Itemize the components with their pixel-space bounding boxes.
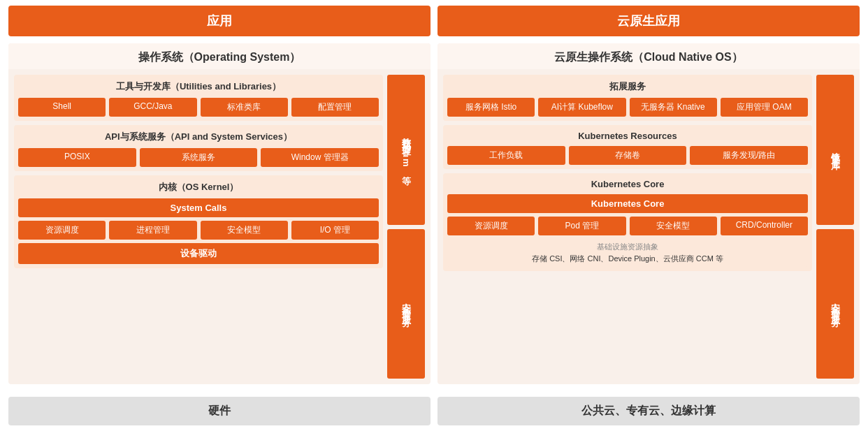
left-utilities-items: Shell GCC/Java 标准类库 配置管理 — [18, 98, 379, 117]
top-header-row: 应用 云原生应用 — [0, 0, 868, 36]
left-panel-title: 操作系统（Operating System） — [8, 43, 431, 69]
k8s-core-bar: Kubernetes Core — [447, 194, 808, 213]
left-section-kernel: 内核（OS Kernel） System Calls 资源调度 进程管理 安全模… — [14, 175, 383, 268]
left-header: 应用 — [8, 6, 431, 36]
right-panel-title: 云原生操作系统（Cloud Native OS） — [437, 43, 860, 69]
right-panel-content: 拓展服务 服务网格 Istio AI计算 Kubeflow 无服务器 Knati… — [443, 75, 812, 379]
right-k8s-core-items: 资源调度 Pod 管理 安全模型 CRD/Controller — [447, 217, 808, 235]
item-security-model: 安全模型 — [201, 221, 288, 240]
item-knative: 无服务器 Knative — [630, 98, 717, 117]
item-istio: 服务网格 Istio — [447, 98, 535, 117]
left-panel-content: 工具与开发库（Utilities and Libraries） Shell GC… — [14, 75, 383, 379]
left-section-api-title: API与系统服务（API and System Services） — [18, 129, 379, 145]
right-panel-body: 拓展服务 服务网格 Istio AI计算 Kubeflow 无服务器 Knati… — [437, 69, 860, 384]
item-crd-controller: CRD/Controller — [721, 217, 808, 235]
left-section-utilities: 工具与开发库（Utilities and Libraries） Shell GC… — [14, 75, 383, 121]
item-gcc: GCC/Java — [109, 98, 196, 117]
left-bottom: 硬件 — [8, 397, 431, 425]
right-section-extensions: 拓展服务 服务网格 Istio AI计算 Kubeflow 无服务器 Knati… — [443, 75, 812, 121]
right-section-k8s-resources: Kubernetes Resources 工作负载 存储卷 服务发现/路由 — [443, 125, 812, 169]
item-shell: Shell — [18, 98, 106, 117]
left-api-items: POSIX 系统服务 Window 管理器 — [18, 148, 379, 167]
bottom-row: 硬件 公共云、专有云、边缘计算 — [0, 391, 868, 431]
item-config: 配置管理 — [291, 98, 379, 117]
item-process-mgmt: 进程管理 — [109, 221, 196, 240]
item-sysservice: 系统服务 — [140, 148, 258, 167]
left-panel: 操作系统（Operating System） 工具与开发库（Utilities … — [8, 43, 431, 384]
right-sidebar-top: 镜像 仓库 — [816, 75, 854, 225]
right-panel: 云原生操作系统（Cloud Native OS） 拓展服务 服务网格 Istio… — [437, 43, 860, 384]
item-stdlib: 标准类库 — [201, 98, 288, 117]
item-workload: 工作负载 — [447, 146, 565, 165]
item-sec-model-right: 安全模型 — [630, 217, 717, 235]
item-service-discovery: 服务发现/路由 — [690, 146, 808, 165]
item-kubeflow: AI计算 Kubeflow — [538, 98, 625, 117]
item-oam: 应用管理 OAM — [721, 98, 808, 117]
system-calls-bar: System Calls — [18, 198, 379, 217]
right-section-ext-title: 拓展服务 — [447, 79, 808, 94]
right-sidebar-bottom: 安全 管理 服务 — [816, 229, 854, 379]
infra-block: 基础设施资源抽象 存储 CSI、网络 CNI、Device Plugin、云供应… — [447, 239, 808, 267]
item-posix: POSIX — [18, 148, 136, 167]
item-resource-sched: 资源调度 — [18, 221, 106, 240]
left-sidebar-bottom: 安全 管理 服务 — [387, 229, 425, 379]
right-k8s-res-items: 工作负载 存储卷 服务发现/路由 — [447, 146, 808, 165]
right-header: 云原生应用 — [437, 6, 860, 36]
right-sidebar: 镜像 仓库 安全 管理 服务 — [816, 75, 854, 379]
right-section-k8s-res-title: Kubernetes Resources — [447, 129, 808, 143]
left-panel-body: 工具与开发库（Utilities and Libraries） Shell GC… — [8, 69, 431, 384]
item-io-mgmt: I/O 管理 — [291, 221, 379, 240]
item-pod-mgmt: Pod 管理 — [538, 217, 625, 235]
left-section-api: API与系统服务（API and System Services） POSIX … — [14, 125, 383, 171]
left-section-utilities-title: 工具与开发库（Utilities and Libraries） — [18, 79, 379, 94]
device-driver-bar: 设备驱动 — [18, 243, 379, 264]
left-sidebar: 软件包 管理 Yum等 安全 管理 服务 — [387, 75, 425, 379]
infra-title: 基础设施资源抽象 — [451, 242, 804, 252]
right-section-k8s-core-title: Kubernetes Core — [447, 177, 808, 191]
right-bottom: 公共云、专有云、边缘计算 — [437, 397, 860, 425]
main-content: 操作系统（Operating System） 工具与开发库（Utilities … — [0, 36, 868, 391]
right-ext-items: 服务网格 Istio AI计算 Kubeflow 无服务器 Knative 应用… — [447, 98, 808, 117]
item-storage: 存储卷 — [569, 146, 687, 165]
right-section-k8s-core: Kubernetes Core Kubernetes Core 资源调度 Pod… — [443, 173, 812, 271]
item-res-sched-right: 资源调度 — [447, 217, 535, 235]
left-kernel-items: 资源调度 进程管理 安全模型 I/O 管理 — [18, 221, 379, 240]
left-section-kernel-title: 内核（OS Kernel） — [18, 180, 379, 195]
infra-detail: 存储 CSI、网络 CNI、Device Plugin、云供应商 CCM 等 — [451, 254, 804, 264]
item-window-mgr: Window 管理器 — [261, 148, 379, 167]
left-sidebar-top: 软件包 管理 Yum等 — [387, 75, 425, 225]
